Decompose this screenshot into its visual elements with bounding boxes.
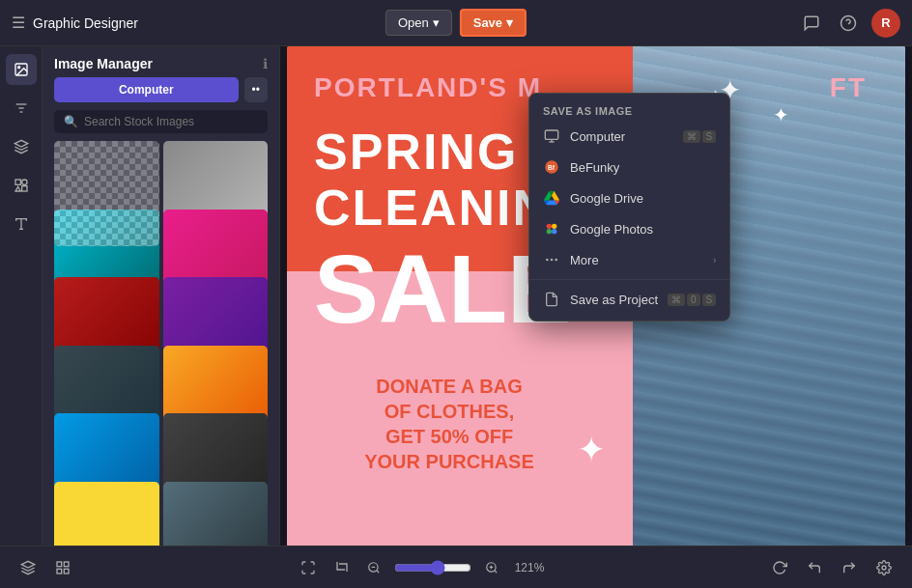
more-icon xyxy=(543,251,560,268)
crop-icon[interactable] xyxy=(328,555,354,580)
panel-info-icon[interactable]: ℹ xyxy=(263,56,268,71)
open-button[interactable]: Open ▾ xyxy=(385,10,452,36)
svg-point-38 xyxy=(882,566,886,570)
panel-controls: Computer •• xyxy=(43,77,279,110)
gphotos-label: Google Photos xyxy=(570,222,716,237)
help-button[interactable] xyxy=(835,10,862,37)
svg-point-23 xyxy=(551,259,552,260)
computer-icon xyxy=(543,127,560,145)
poster-spring-text: SPRING xyxy=(314,123,518,181)
redo-icon[interactable] xyxy=(837,555,862,580)
left-panel: Image Manager ℹ Computer •• 🔍 xyxy=(43,46,280,546)
shapes-rail-icon[interactable] xyxy=(6,170,37,201)
settings-icon[interactable] xyxy=(871,555,897,580)
svg-rect-30 xyxy=(57,569,62,574)
sparkle-icon-bottom: ✦ xyxy=(577,430,606,470)
dropdown-divider xyxy=(529,279,729,280)
images-rail-icon[interactable] xyxy=(6,54,37,85)
befunky-icon: Bf xyxy=(543,158,560,176)
search-input[interactable] xyxy=(84,115,258,128)
zoom-in-icon[interactable] xyxy=(479,555,504,580)
icon-rail xyxy=(0,46,43,546)
list-item[interactable] xyxy=(54,141,159,246)
toolbar-right xyxy=(767,555,897,580)
chevron-right-icon: › xyxy=(713,255,716,266)
search-bar: 🔍 xyxy=(54,110,268,133)
save-dropdown: Save as Image Computer ⌘ S Bf BeFunky xyxy=(528,93,730,322)
toolbar-center: 121% xyxy=(296,555,547,580)
undo-icon[interactable] xyxy=(802,555,827,580)
bottom-toolbar: 121% xyxy=(0,546,912,588)
svg-point-3 xyxy=(17,67,19,69)
save-as-project-item[interactable]: Save as Project ⌘ 0 S xyxy=(529,284,729,315)
save-more-item[interactable]: More › xyxy=(529,244,729,275)
svg-rect-29 xyxy=(64,569,69,574)
project-shortcut: ⌘ 0 S xyxy=(668,294,716,306)
text-rail-icon[interactable] xyxy=(6,209,37,239)
gdrive-label: Google Drive xyxy=(570,191,716,206)
header: ☰ Graphic Designer Open ▾ Save ▾ R xyxy=(0,0,912,46)
rotate-right-icon[interactable] xyxy=(767,555,792,580)
svg-rect-28 xyxy=(64,562,69,567)
svg-rect-8 xyxy=(15,180,20,184)
save-button[interactable]: Save ▾ xyxy=(460,9,527,37)
zoom-out-icon[interactable] xyxy=(361,555,386,580)
poster-donate-text: DONATE A BAG OF CLOTHES, GET 50% OFF YOU… xyxy=(331,374,567,474)
computer-label: Computer xyxy=(570,129,673,144)
sparkle-icon-2: ✦ xyxy=(773,103,789,126)
canvas-area: PORTLAND'S M FT SPRING CLEANING SALE DON… xyxy=(280,46,912,546)
svg-rect-27 xyxy=(57,562,62,567)
svg-marker-7 xyxy=(14,140,27,147)
project-icon xyxy=(543,291,560,308)
header-center: Open ▾ Save ▾ xyxy=(385,9,527,37)
layers-icon[interactable] xyxy=(15,555,41,580)
open-chevron-icon: ▾ xyxy=(433,15,440,30)
more-options-button[interactable]: •• xyxy=(244,77,268,102)
header-right: R xyxy=(798,9,900,38)
save-to-gdrive-item[interactable]: Google Drive xyxy=(529,182,729,213)
svg-rect-14 xyxy=(545,130,557,139)
befunky-label: BeFunky xyxy=(570,160,716,175)
chat-button[interactable] xyxy=(798,10,825,37)
dropdown-section-title: Save as Image xyxy=(529,99,729,121)
poster-donate-box: DONATE A BAG OF CLOTHES, GET 50% OFF YOU… xyxy=(314,358,584,490)
avatar[interactable]: R xyxy=(871,9,900,38)
zoom-slider[interactable] xyxy=(394,560,471,575)
panel-header: Image Manager ℹ xyxy=(43,46,279,77)
hamburger-icon[interactable]: ☰ xyxy=(12,14,25,32)
computer-button[interactable]: Computer xyxy=(54,77,239,102)
toolbar-left xyxy=(15,555,75,580)
svg-point-20 xyxy=(552,224,556,229)
save-to-befunky-item[interactable]: Bf BeFunky xyxy=(529,152,729,182)
app-title: Graphic Designer xyxy=(33,15,138,31)
list-item[interactable] xyxy=(163,482,269,546)
svg-line-32 xyxy=(377,570,380,573)
poster-title-right: FT xyxy=(830,72,867,103)
save-to-gphotos-item[interactable]: Google Photos xyxy=(529,213,729,244)
computer-shortcut: ⌘ S xyxy=(683,130,717,143)
svg-line-35 xyxy=(495,570,498,573)
poster-url: thrifttheshopp.com xyxy=(314,512,464,528)
svg-point-19 xyxy=(547,224,552,229)
gdrive-icon xyxy=(543,189,560,207)
svg-marker-10 xyxy=(15,186,20,191)
zoom-percentage: 121% xyxy=(512,561,547,574)
grid-icon[interactable] xyxy=(50,555,75,580)
list-item[interactable] xyxy=(54,482,159,546)
poster-title-top: PORTLAND'S M xyxy=(314,72,542,103)
svg-point-25 xyxy=(547,259,548,260)
main-body: Image Manager ℹ Computer •• 🔍 xyxy=(0,46,912,546)
panel-title: Image Manager xyxy=(54,56,153,71)
layers-rail-icon[interactable] xyxy=(6,131,37,162)
gphotos-icon xyxy=(543,220,560,238)
svg-marker-26 xyxy=(21,561,34,568)
fit-icon[interactable] xyxy=(296,555,321,580)
svg-point-21 xyxy=(547,229,552,234)
save-to-computer-item[interactable]: Computer ⌘ S xyxy=(529,121,729,152)
image-grid xyxy=(43,141,279,546)
svg-point-24 xyxy=(556,259,556,260)
filters-rail-icon[interactable] xyxy=(6,93,37,124)
save-chevron-icon: ▾ xyxy=(506,15,513,30)
svg-text:Bf: Bf xyxy=(548,164,556,171)
save-project-label: Save as Project xyxy=(570,293,658,307)
